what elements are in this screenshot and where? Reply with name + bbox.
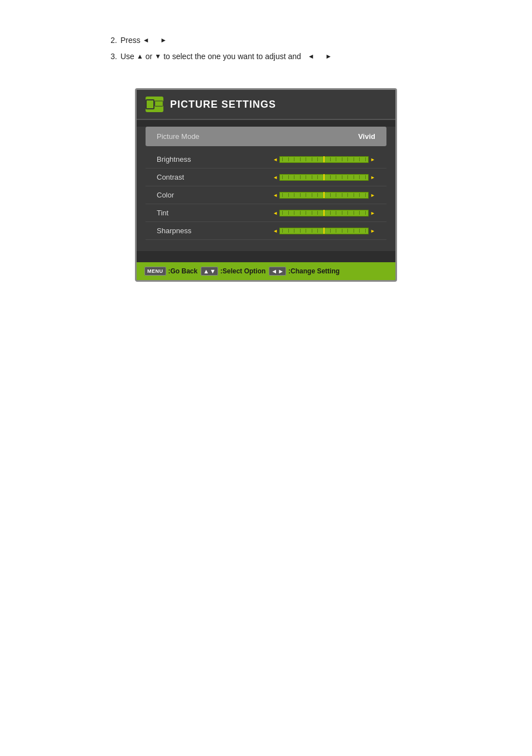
contrast-slider-body (279, 174, 369, 181)
picture-mode-row: Picture Mode Vivid (146, 127, 386, 146)
footer-select-item: ▲ ▼ :Select Option (201, 267, 265, 276)
tint-label: Tint (157, 209, 212, 217)
footer-menu-item: MENU :Go Back (144, 267, 197, 276)
up-arrow-icon: ▲ (203, 268, 209, 275)
sharpness-label: Sharpness (157, 227, 212, 235)
sharpness-dots (280, 228, 368, 234)
tv-footer: MENU :Go Back ▲ ▼ :Select Option ◄ ► :Ch… (137, 262, 395, 280)
step-3-after-label: to select the one you want to adjust and (163, 50, 301, 64)
step-3-text: Use ▲ or ▼ to select the one you want to… (120, 50, 332, 64)
contrast-dots (280, 174, 368, 180)
tv-header-icon (146, 97, 163, 112)
setting-row-tint: Tint ◄ ► (146, 204, 386, 222)
brightness-left-arrow: ◄ (273, 157, 278, 162)
brightness-right-arrow: ► (370, 157, 375, 162)
footer-change-item: ◄ ► :Change Setting (269, 267, 340, 276)
color-right-arrow: ► (370, 192, 375, 198)
left-arrow-icon: ◄ (271, 268, 277, 275)
sharpness-left-arrow: ◄ (273, 228, 278, 234)
select-icon-btn: ▲ ▼ (201, 267, 218, 276)
step-2-right-arrow: ► (160, 35, 167, 47)
step-3-right-arrow: ► (325, 51, 332, 63)
tint-left-arrow: ◄ (273, 210, 278, 216)
step-3-number: 3. (100, 50, 117, 64)
change-icon-btn: ◄ ► (269, 267, 286, 276)
tv-panel: PICTURE SETTINGS Picture Mode Vivid Brig… (135, 88, 397, 282)
color-slider: ◄ ► (273, 192, 375, 199)
tv-content: Picture Mode Vivid Brightness ◄ (137, 127, 395, 251)
menu-button[interactable]: MENU (144, 267, 166, 276)
right-arrow-icon: ► (278, 268, 284, 275)
step-3-left-arrow: ◄ (308, 51, 315, 63)
sharpness-slider: ◄ ► (273, 228, 375, 234)
step-2-line: 2. Press ◄ ► (100, 33, 532, 47)
contrast-left-arrow: ◄ (273, 175, 278, 180)
sharpness-slider-body (279, 228, 369, 234)
setting-row-brightness: Brightness ◄ ► (146, 151, 386, 168)
step-2-text: Press ◄ ► (120, 33, 167, 47)
content-spacer (146, 240, 386, 251)
select-option-label: :Select Option (220, 267, 265, 275)
contrast-label: Contrast (157, 173, 212, 181)
color-left-arrow: ◄ (273, 192, 278, 198)
setting-row-color: Color ◄ ► (146, 186, 386, 204)
step-3-down-arrow: ▼ (154, 51, 161, 63)
brightness-slider-body (279, 156, 369, 163)
tint-right-arrow: ► (370, 210, 375, 216)
tint-dots (280, 210, 368, 216)
setting-row-contrast: Contrast ◄ ► (146, 168, 386, 186)
tv-header: PICTURE SETTINGS (137, 90, 395, 120)
brightness-slider: ◄ ► (273, 156, 375, 163)
picture-mode-value: Vivid (358, 132, 375, 141)
contrast-right-arrow: ► (370, 175, 375, 180)
brightness-label: Brightness (157, 155, 212, 163)
step-3-use-label: Use (120, 50, 134, 64)
step-2-left-arrow: ◄ (143, 35, 149, 47)
panel-title: PICTURE SETTINGS (170, 99, 276, 110)
brightness-dots (280, 156, 368, 162)
instructions-section: 2. Press ◄ ► 3. Use ▲ or ▼ to select the… (0, 0, 532, 77)
tv-panel-wrapper: PICTURE SETTINGS Picture Mode Vivid Brig… (0, 88, 532, 282)
svg-rect-1 (156, 102, 162, 105)
contrast-slider: ◄ ► (273, 174, 375, 181)
step-2-press-label: Press (120, 33, 141, 47)
picture-mode-label: Picture Mode (157, 132, 200, 141)
change-setting-label: :Change Setting (288, 267, 340, 275)
setting-row-sharpness: Sharpness ◄ ► (146, 222, 386, 240)
go-back-label: :Go Back (168, 267, 198, 275)
tint-slider: ◄ ► (273, 210, 375, 216)
color-slider-body (279, 192, 369, 199)
step-2-number: 2. (100, 33, 117, 47)
step-3-or-label: or (146, 50, 152, 64)
color-label: Color (157, 191, 212, 199)
color-dots (280, 192, 368, 198)
tint-slider-body (279, 210, 369, 216)
step-3-up-arrow: ▲ (137, 51, 143, 63)
step-3-line: 3. Use ▲ or ▼ to select the one you want… (100, 50, 532, 64)
sharpness-right-arrow: ► (370, 228, 375, 234)
down-arrow-icon: ▼ (210, 268, 216, 275)
